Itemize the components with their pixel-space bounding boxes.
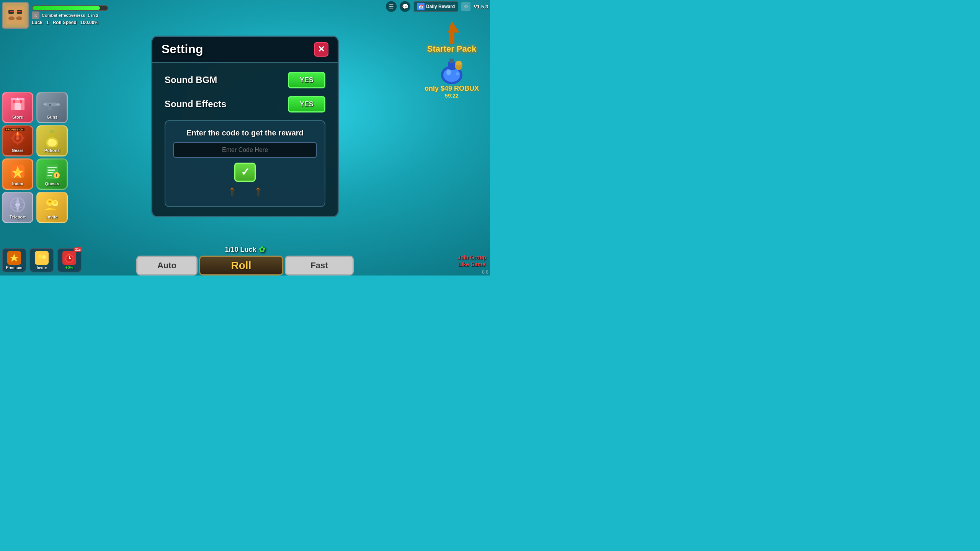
- code-section: Enter the code to get the reward ✓ ↑ ↑: [165, 120, 325, 207]
- close-icon: ✕: [318, 44, 325, 54]
- sound-bgm-toggle[interactable]: YES: [288, 72, 325, 88]
- modal-body: Sound BGM YES Sound Effects YES Enter th…: [152, 63, 338, 216]
- code-section-title: Enter the code to get the reward: [186, 129, 304, 137]
- setting-modal: Setting ✕ Sound BGM YES Sound Effects YE…: [151, 36, 339, 217]
- sound-effects-label: Sound Effects: [165, 99, 226, 109]
- modal-header: Setting ✕: [152, 37, 338, 63]
- arrow-pointer-right: ↑: [255, 183, 261, 199]
- submit-check-icon: ✓: [241, 166, 250, 178]
- code-input[interactable]: [173, 142, 317, 158]
- arrows-container: ↑ ↑: [229, 183, 261, 199]
- modal-overlay: Setting ✕ Sound BGM YES Sound Effects YE…: [0, 0, 490, 276]
- modal-close-button[interactable]: ✕: [314, 42, 328, 57]
- sound-effects-row: Sound Effects YES: [165, 96, 325, 112]
- sound-bgm-row: Sound BGM YES: [165, 72, 325, 88]
- sound-bgm-label: Sound BGM: [165, 75, 217, 85]
- code-submit-button[interactable]: ✓: [234, 163, 256, 182]
- sound-effects-toggle[interactable]: YES: [288, 96, 325, 112]
- modal-title: Setting: [162, 42, 203, 56]
- arrow-pointer-left: ↑: [229, 183, 235, 199]
